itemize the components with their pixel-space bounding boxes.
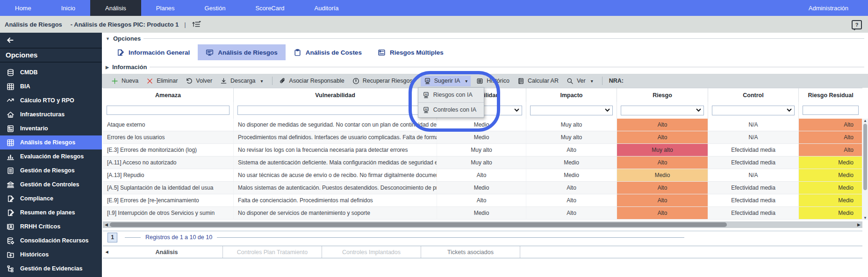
filter-input-riesgo-residual[interactable]: [803, 106, 859, 115]
nav-item-planes[interactable]: Planes: [141, 0, 190, 16]
chevron-down-icon: ▾: [261, 78, 263, 84]
tab-analisis-de-costes[interactable]: Análisis de Costes: [286, 44, 370, 60]
sidebar-item-bia[interactable]: BIA: [0, 79, 102, 93]
grid-icon: [7, 83, 14, 91]
toolbar-button-label: Asociar Responsable: [289, 78, 344, 84]
home-icon: [7, 111, 14, 119]
scroll-right-icon[interactable]: ▶: [855, 222, 862, 227]
table-row-5[interactable]: [A.13] RepudioNo usar técnicas de acuse …: [103, 169, 862, 182]
sidebar-item-historicos[interactable]: Históricos: [0, 248, 102, 262]
tab-informacion-general[interactable]: Información General: [108, 44, 198, 60]
sidebar-item-gestion-de-controles[interactable]: Gestión de Controles: [0, 178, 102, 192]
table-row-6[interactable]: [A.5] Suplantación de la identidad del u…: [103, 182, 862, 194]
collapse-left-icon[interactable]: ◀: [103, 250, 111, 254]
sidebar-item-gestion-de-evidencias[interactable]: Gestión de Evidencias: [0, 262, 102, 276]
help-icon[interactable]: ?: [852, 20, 862, 29]
filter-input-amenaza[interactable]: [107, 106, 230, 115]
nav-item-scorecard[interactable]: ScoreCard: [240, 0, 299, 16]
menu-item-riesgos-con-ia[interactable]: AIRiesgos con IA: [418, 88, 484, 102]
breadcrumb-section[interactable]: Análisis de Riesgos: [5, 21, 62, 28]
column-header-riesgo-residual[interactable]: Riesgo Residual: [799, 88, 862, 102]
table-row-3[interactable]: [E.3] Errores de monitorización (log)No …: [103, 144, 862, 156]
tab-riesgos-multiples[interactable]: Riesgos Múltiples: [370, 44, 452, 60]
doc-edit-icon: [7, 209, 14, 217]
filter-input-vulnerabilidad[interactable]: [237, 106, 433, 115]
sidebar-item-analisis-de-riesgos[interactable]: Análisis de Riesgos: [0, 135, 102, 149]
tab-analisis-de-riesgos[interactable]: Análisis de Riesgos: [198, 44, 286, 60]
bottom-tab-controles-implantados[interactable]: Controles Implantados: [322, 246, 421, 258]
risk-level-badge: Alto: [617, 194, 708, 206]
filter-select-control[interactable]: [712, 106, 795, 115]
section-header-informacion[interactable]: ▶ Información: [106, 64, 864, 71]
vertical-scrollbar[interactable]: ▲ ▼: [862, 119, 868, 220]
table-row-1[interactable]: Ataque externoNo disponer de medidas de …: [103, 119, 862, 131]
monitor-icon: [206, 49, 214, 57]
table-row-7[interactable]: [E.9] Errores de [re-]encaminamientoFalt…: [103, 194, 862, 207]
bottom-tab-controles-plan-tratamiento[interactable]: Controles Plan Tratamiento: [223, 246, 322, 258]
nav-item-auditoria[interactable]: Auditoría: [300, 0, 354, 16]
table-row-8[interactable]: [I.9] Interrupción de otros Servicios y …: [103, 207, 862, 220]
sorted-list-icon[interactable]: [192, 21, 202, 28]
recuperar-riesgos-button[interactable]: Recuperar Riesgos: [352, 78, 413, 85]
column-header-vulnerabilidad[interactable]: Vulnerabilidad: [234, 88, 437, 102]
sidebar-item-inventario[interactable]: Inventario: [0, 121, 102, 135]
horizontal-scrollbar-thumb[interactable]: [110, 222, 727, 227]
sidebar-item-calculo-rto-y-rpo[interactable]: Cálculo RTO y RPO: [0, 93, 102, 107]
sidebar-back-button[interactable]: [0, 33, 102, 49]
eliminar-button[interactable]: Eliminar: [146, 78, 178, 85]
bottom-tab-tickets-asociados[interactable]: Tickets asociados: [421, 246, 520, 258]
historico-button[interactable]: Histórico: [476, 78, 509, 85]
residual-risk-badge: Medio: [799, 194, 862, 206]
cell-amenaza: [E.3] Errores de monitorización (log): [103, 144, 234, 156]
filter-select-impacto[interactable]: [530, 106, 613, 115]
risk-level-badge: Alto: [617, 119, 708, 131]
ai-icon: AI: [423, 107, 430, 114]
volver-button[interactable]: Volver: [186, 78, 212, 85]
column-header-control[interactable]: Control: [708, 88, 799, 102]
ver-button[interactable]: Ver▾: [567, 78, 593, 85]
sidebar-item-resumen-de-planes[interactable]: Resumen de planes: [0, 206, 102, 220]
sidebar-item-evaluacion-de-riesgos[interactable]: Evaluación de Riesgos: [0, 149, 102, 163]
nueva-button[interactable]: Nueva: [111, 78, 138, 85]
vertical-scrollbar-thumb[interactable]: [863, 124, 867, 190]
menu-item-controles-con-ia[interactable]: AIControles con IA: [418, 102, 484, 117]
doc-edit-icon: [116, 49, 124, 57]
sidebar-item-cmdb[interactable]: CMDB: [0, 65, 102, 79]
nav-item-home[interactable]: Home: [0, 0, 46, 16]
calcular-ar-button[interactable]: Calcular AR: [517, 78, 559, 85]
sidebar-item-infraestructuras[interactable]: Infraestructuras: [0, 107, 102, 121]
sugerir-ia-button[interactable]: AISugerir IA▾AIRiesgos con IAAIControles…: [421, 76, 471, 86]
descarga-button[interactable]: Descarga▾: [220, 78, 263, 85]
column-header-riesgo[interactable]: Riesgo: [617, 88, 708, 102]
scroll-left-icon[interactable]: ◀: [103, 222, 110, 227]
table-row-2[interactable]: Errores de los usuariosProcedimientos ma…: [103, 131, 862, 144]
column-header-impacto[interactable]: Impacto: [526, 88, 617, 102]
scroll-up-icon[interactable]: ▲: [863, 119, 867, 123]
grid-icon: [7, 139, 14, 147]
cell-probabilidad: Medio: [437, 131, 526, 143]
table-row-4[interactable]: [A.11] Acceso no autorizadoSistema de au…: [103, 156, 862, 169]
section-header-opciones[interactable]: ▼ Opciones: [106, 35, 864, 42]
nav-item-gestion[interactable]: Gestión: [190, 0, 241, 16]
sidebar-item-label: Consolidación Recursos: [20, 237, 89, 244]
nra-label: NRA:: [609, 78, 624, 84]
sidebar-item-compliance[interactable]: Compliance: [0, 192, 102, 206]
page-number-button[interactable]: 1: [108, 233, 117, 242]
toolbar-divider: [602, 77, 603, 85]
nav-item-administracion[interactable]: Administración: [794, 0, 863, 16]
column-header-amenaza[interactable]: Amenaza: [103, 88, 234, 102]
cell-impacto: Muy alto: [526, 119, 617, 131]
cell-probabilidad: Alto: [437, 194, 526, 206]
ai-icon: AI: [423, 92, 430, 99]
sidebar-item-gestion-de-riesgos[interactable]: Gestión de Riesgos: [0, 163, 102, 178]
sidebar-item-rrhh-criticos[interactable]: RRHH Críticos: [0, 220, 102, 234]
scroll-down-icon[interactable]: ▼: [863, 216, 867, 220]
nav-item-inicio[interactable]: Inicio: [46, 0, 90, 16]
cell-amenaza: [A.5] Suplantación de la identidad del u…: [103, 182, 234, 194]
bottom-tab-analisis[interactable]: Análisis: [111, 246, 223, 258]
sidebar-item-consolidacion-recursos[interactable]: Consolidación Recursos: [0, 234, 102, 248]
nav-item-analisis[interactable]: Análisis: [90, 0, 141, 16]
asociar-responsable-button[interactable]: Asociar Responsable: [279, 78, 344, 85]
horizontal-scrollbar[interactable]: ◀ ▶: [103, 221, 862, 228]
filter-select-riesgo[interactable]: [621, 106, 704, 115]
